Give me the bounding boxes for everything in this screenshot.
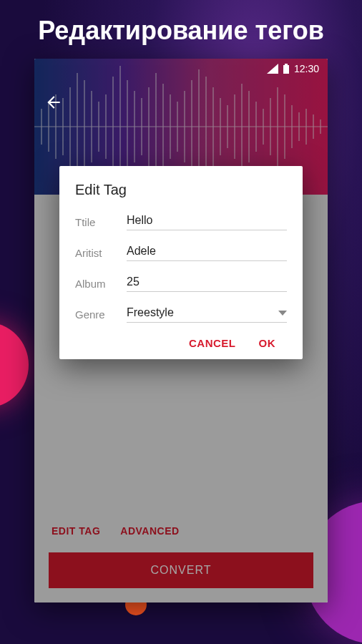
artist-label: Aritist	[75, 247, 127, 259]
page-title: Редактирование тегов	[0, 0, 362, 59]
title-row: Ttile Hello	[75, 214, 287, 230]
arrow-left-icon	[44, 93, 63, 112]
title-input[interactable]: Hello	[127, 214, 287, 230]
edit-tag-dialog: Edit Tag Ttile Hello Aritist Adele Album…	[59, 166, 303, 359]
artist-row: Aritist Adele	[75, 245, 287, 261]
svg-rect-41	[283, 65, 289, 74]
back-button[interactable]	[44, 93, 63, 114]
svg-rect-42	[285, 64, 288, 65]
dialog-title: Edit Tag	[75, 182, 287, 198]
modal-backdrop[interactable]: Edit Tag Ttile Hello Aritist Adele Album…	[34, 59, 328, 602]
battery-icon	[283, 64, 290, 74]
artist-input[interactable]: Adele	[127, 245, 287, 261]
album-value: 25	[127, 275, 287, 288]
genre-value: Freestyle	[127, 306, 278, 319]
status-bar: 12:30	[34, 59, 328, 74]
genre-label: Genre	[75, 308, 127, 321]
cancel-button[interactable]: CANCEL	[189, 337, 236, 349]
bg-accent-circle	[0, 322, 29, 408]
artist-value: Adele	[127, 245, 287, 258]
genre-row: Genre Freestyle	[75, 306, 287, 323]
title-value: Hello	[127, 214, 287, 227]
chevron-down-icon	[278, 306, 287, 319]
album-row: Album 25	[75, 275, 287, 292]
status-time: 12:30	[294, 63, 319, 74]
album-label: Album	[75, 278, 127, 290]
ok-button[interactable]: OK	[259, 337, 276, 349]
signal-icon	[267, 64, 278, 74]
title-label: Ttile	[75, 216, 127, 228]
phone-frame: 12:30 EDIT TAG ADVANCED CONVERT Edit Tag…	[34, 59, 328, 602]
genre-select[interactable]: Freestyle	[127, 306, 287, 323]
album-input[interactable]: 25	[127, 275, 287, 292]
